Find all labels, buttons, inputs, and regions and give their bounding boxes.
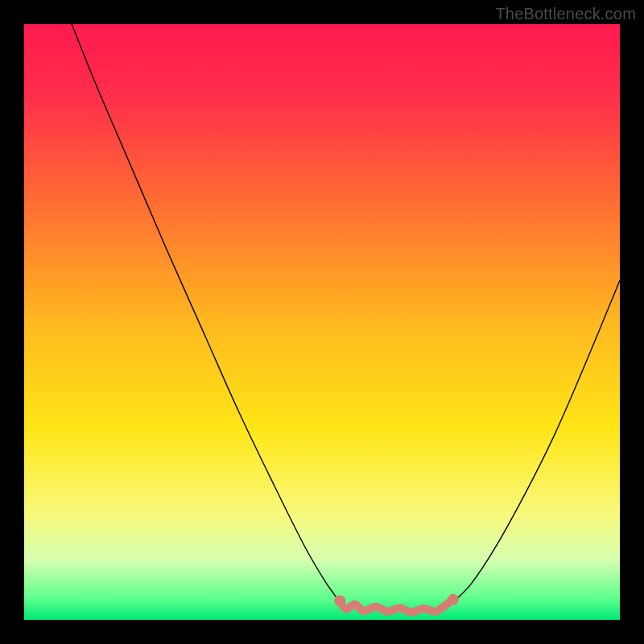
chart-svg xyxy=(24,24,620,620)
bottom-dot-left xyxy=(334,595,345,606)
chart-frame: TheBottleneck.com xyxy=(0,0,644,644)
bottom-dot-right xyxy=(448,594,459,605)
gradient-background xyxy=(24,24,620,620)
watermark-text: TheBottleneck.com xyxy=(495,5,636,23)
plot-area xyxy=(24,24,620,620)
